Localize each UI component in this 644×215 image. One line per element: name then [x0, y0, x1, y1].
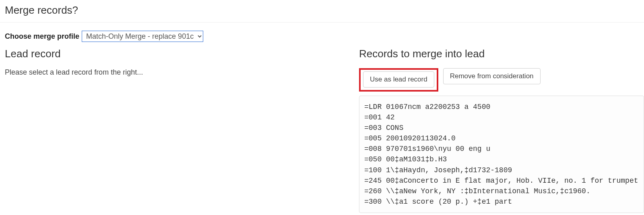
use-as-lead-button[interactable]: Use as lead record	[363, 71, 434, 88]
lead-record-help-text: Please select a lead record from the rig…	[5, 68, 351, 77]
merge-target-column: Records to merge into lead Use as lead r…	[359, 48, 644, 213]
merge-target-heading: Records to merge into lead	[359, 48, 644, 60]
merge-profile-row: Choose merge profile Match-Only Merge - …	[0, 23, 644, 46]
marc-line: =260 \\‡aNew York, NY :‡bInternational M…	[364, 186, 639, 196]
columns: Lead record Please select a lead record …	[0, 46, 644, 213]
marc-record-panel: =LDR 01067ncm a2200253 a 4500=001 42=003…	[359, 96, 644, 213]
marc-line: =003 CONS	[364, 123, 639, 133]
use-as-lead-highlight: Use as lead record	[359, 68, 438, 92]
marc-line: =245 00‡aConcerto in E flat major, Hob. …	[364, 175, 639, 186]
marc-line: =100 1\‡aHaydn, Joseph,‡d1732-1809	[364, 165, 639, 175]
page-title: Merge records?	[5, 4, 639, 17]
page-header: Merge records?	[0, 0, 644, 23]
merge-target-buttons: Use as lead record Remove from considera…	[359, 68, 644, 92]
marc-line: =008 970701s1960\nyu 00 eng u	[364, 144, 639, 154]
remove-from-consideration-button[interactable]: Remove from consideration	[443, 68, 541, 84]
marc-line: =LDR 01067ncm a2200253 a 4500	[364, 102, 639, 112]
merge-profile-label: Choose merge profile	[5, 32, 79, 41]
marc-line: =001 42	[364, 112, 639, 123]
lead-record-heading: Lead record	[5, 48, 351, 60]
marc-line: =050 00‡aM1031‡b.H3	[364, 154, 639, 165]
marc-line: =005 20010920113024.0	[364, 133, 639, 144]
lead-record-column: Lead record Please select a lead record …	[5, 48, 359, 77]
marc-line: =300 \\‡a1 score (20 p.) +‡e1 part	[364, 196, 639, 207]
merge-profile-select[interactable]: Match-Only Merge - replace 901c	[82, 31, 203, 42]
